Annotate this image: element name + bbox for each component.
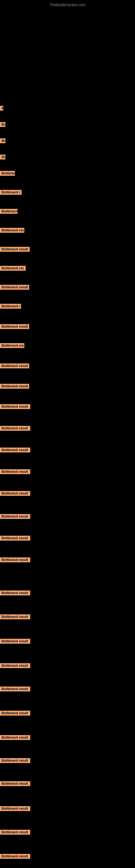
bar-label-22: Bottleneck result (0, 364, 29, 368)
bar-label-14: Bottleneck (0, 209, 17, 214)
bar-item-41: Bottleneck result (0, 806, 30, 812)
bar-label-35: Bottleneck result (0, 663, 30, 668)
bar-item-15: Bottleneck res (0, 228, 24, 234)
bar-label-16: Bottleneck result (0, 247, 30, 252)
site-title: TheBottlenecker.com (0, 1, 135, 8)
bar-label-15: Bottleneck res (0, 228, 24, 233)
bar-item-26: Bottleneck result (0, 447, 30, 454)
bar-item-34: Bottleneck result (0, 639, 30, 645)
bar-label-38: Bottleneck result (0, 735, 30, 740)
bar-label-12: Bottleneck (0, 171, 15, 176)
bar-item-29: Bottleneck result (0, 514, 30, 520)
bar-item-27: Bottleneck result (0, 469, 30, 475)
bar-label-36: Bottleneck result (0, 686, 30, 691)
bar-item-14: Bottleneck (0, 209, 17, 215)
bar-item-8: E (0, 106, 3, 112)
bar-item-25: Bottleneck result (0, 426, 30, 432)
bar-label-31: Bottleneck result (0, 557, 30, 562)
bar-label-33: Bottleneck result (0, 614, 30, 619)
bar-label-37: Bottleneck result (0, 711, 30, 716)
bar-label-27: Bottleneck result (0, 469, 30, 474)
bar-label-11: Bo (0, 155, 5, 159)
bar-label-30: Bottleneck result (0, 536, 30, 540)
bar-item-9: Bo (0, 122, 5, 128)
bar-label-24: Bottleneck result (0, 404, 30, 409)
bar-item-32: Bottleneck result (0, 590, 30, 596)
bar-item-19: Bottleneck r (0, 304, 21, 310)
bar-label-40: Bottleneck result (0, 781, 30, 786)
bar-item-37: Bottleneck result (0, 711, 30, 717)
bar-item-13: Bottleneck r (0, 190, 21, 196)
bar-item-16: Bottleneck result (0, 247, 30, 253)
bar-label-10: Bo (0, 138, 5, 143)
bar-label-8: E (0, 106, 3, 111)
bar-item-42: Bottleneck result (0, 830, 30, 836)
bar-item-23: Bottleneck result (0, 384, 29, 390)
bar-label-42: Bottleneck result (0, 830, 30, 835)
bar-item-35: Bottleneck result (0, 663, 30, 669)
bar-item-12: Bottleneck (0, 171, 15, 177)
bar-item-36: Bottleneck result (0, 686, 30, 692)
bar-label-9: Bo (0, 122, 5, 127)
bar-item-28: Bottleneck result (0, 491, 30, 497)
bar-item-22: Bottleneck result (0, 364, 29, 369)
bar-label-25: Bottleneck result (0, 426, 30, 431)
bar-item-20: Bottleneck result (0, 324, 29, 330)
bar-label-34: Bottleneck result (0, 639, 30, 644)
bar-label-20: Bottleneck result (0, 324, 29, 329)
bar-item-11: Bo (0, 155, 5, 161)
bar-label-32: Bottleneck result (0, 590, 30, 595)
bar-item-43: Bottleneck result (0, 854, 30, 860)
bar-item-17: Bottleneck res (0, 266, 26, 272)
bar-item-21: Bottleneck res (0, 343, 24, 349)
bar-label-23: Bottleneck result (0, 384, 29, 389)
bar-label-29: Bottleneck result (0, 514, 30, 519)
bar-label-18: Bottleneck result (0, 285, 29, 290)
bar-item-31: Bottleneck result (0, 557, 30, 563)
bar-label-26: Bottleneck result (0, 447, 30, 453)
bar-item-30: Bottleneck result (0, 536, 30, 542)
bar-item-10: Bo (0, 138, 5, 144)
bar-label-17: Bottleneck res (0, 266, 26, 271)
bar-item-33: Bottleneck result (0, 614, 30, 620)
bar-label-19: Bottleneck r (0, 304, 21, 309)
bar-item-39: Bottleneck result (0, 758, 30, 764)
bar-item-18: Bottleneck result (0, 285, 29, 291)
bar-label-13: Bottleneck r (0, 190, 21, 195)
bar-label-28: Bottleneck result (0, 491, 30, 496)
bar-item-40: Bottleneck result (0, 781, 30, 787)
bar-item-38: Bottleneck result (0, 735, 30, 741)
bar-label-41: Bottleneck result (0, 806, 30, 811)
bar-item-24: Bottleneck result (0, 404, 30, 410)
bar-label-21: Bottleneck res (0, 343, 24, 348)
bar-label-39: Bottleneck result (0, 758, 30, 763)
bar-label-43: Bottleneck result (0, 854, 30, 859)
